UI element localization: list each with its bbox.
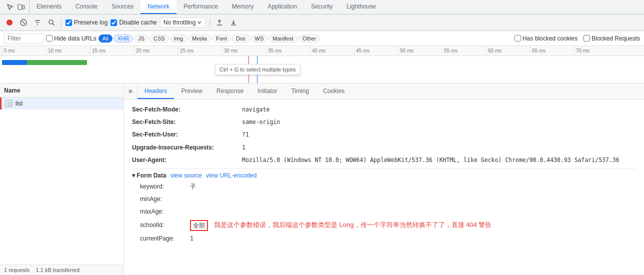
requests-count: 1 requests — [4, 267, 30, 273]
detail-tab-response[interactable]: Response — [210, 84, 250, 99]
detail-tab-preview[interactable]: Preview — [174, 84, 210, 99]
tab-network[interactable]: Network — [140, 0, 176, 14]
header-val-sec-fetch-mode: navigate — [242, 105, 270, 114]
header-key-upgrade-insecure: Upgrade-Insecure-Requests: — [132, 143, 242, 152]
preserve-log-input[interactable] — [66, 20, 72, 26]
inspect-icon[interactable] — [5, 2, 15, 12]
timeline-tick: 70 ms — [574, 46, 618, 56]
header-val-upgrade-insecure: 1 — [242, 143, 246, 152]
timeline-bar-area: Ctrl + G to select multiple types — [0, 56, 644, 84]
form-key-keyword: keyword: — [140, 182, 190, 192]
hide-data-urls-label: Hide data URLs — [54, 35, 96, 42]
status-bar: 1 requests 1.1 kB transferred — [0, 264, 124, 275]
hide-data-urls-checkbox[interactable]: Hide data URLs — [46, 35, 96, 42]
timeline-tick: 65 ms — [530, 46, 574, 56]
preserve-log-label: Preserve log — [74, 19, 108, 26]
throttle-label: No throttling — [164, 19, 196, 26]
view-source-link[interactable]: view source — [170, 172, 202, 179]
tab-sources[interactable]: Sources — [104, 0, 140, 14]
form-data-section: ▾ Form Data view source view URL-encoded — [132, 168, 636, 180]
download-button[interactable] — [228, 17, 239, 28]
preserve-log-checkbox[interactable]: Preserve log — [66, 19, 108, 26]
tab-security[interactable]: Security — [304, 0, 340, 14]
form-key-minage: minAge: — [140, 194, 190, 204]
detail-content: Sec-Fetch-Mode: navigate Sec-Fetch-Site:… — [124, 100, 644, 275]
header-key-sec-fetch-mode: Sec-Fetch-Mode: — [132, 105, 242, 114]
tab-application[interactable]: Application — [260, 0, 304, 14]
blocked-requests-input[interactable] — [584, 35, 590, 42]
header-row-upgrade-insecure: Upgrade-Insecure-Requests: 1 — [132, 142, 636, 154]
filter-tag-font[interactable]: Font — [212, 34, 231, 42]
header-val-sec-fetch-user: ?1 — [242, 130, 249, 139]
device-icon[interactable] — [16, 2, 26, 12]
network-toolbar: Preserve log Disable cache No throttling — [0, 14, 644, 31]
filter-tag-img[interactable]: Img — [170, 34, 187, 42]
timeline-tick: 55 ms — [442, 46, 486, 56]
timeline-tick: 15 ms — [90, 46, 134, 56]
detail-tab-headers[interactable]: Headers — [138, 84, 174, 99]
header-row-user-agent: User-Agent: Mozilla/5.0 (Windows NT 10.0… — [132, 154, 636, 166]
form-row-minage: minAge: — [132, 193, 636, 206]
disable-cache-input[interactable] — [110, 20, 117, 26]
tab-lighthouse[interactable]: Lighthouse — [340, 0, 383, 14]
timeline-tick: 25 ms — [178, 46, 222, 56]
detail-tab-timing[interactable]: Timing — [284, 84, 316, 99]
detail-close-button[interactable]: ✕ — [124, 84, 138, 99]
filter-tag-manifest[interactable]: Manifest — [268, 34, 298, 42]
main-area: Name ◻ list 1 requests 1.1 kB transferre… — [0, 84, 644, 275]
filter-button[interactable] — [32, 17, 43, 28]
svg-rect-0 — [18, 4, 22, 10]
view-url-encoded-link[interactable]: view URL-encoded — [206, 172, 256, 179]
timeline-tick: 60 ms — [486, 46, 530, 56]
clear-button[interactable] — [18, 17, 29, 28]
filter-tag-ws[interactable]: WS — [251, 34, 268, 42]
form-key-maxage: maxAge: — [140, 207, 190, 216]
header-key-sec-fetch-user: Sec-Fetch-User: — [132, 130, 242, 140]
filter-tag-css[interactable]: CSS — [150, 34, 169, 42]
tab-bar: Elements Console Sources Network Perform… — [0, 0, 644, 14]
filter-tag-xhr[interactable]: XHR — [114, 34, 133, 42]
disable-cache-checkbox[interactable]: Disable cache — [110, 19, 156, 26]
svg-rect-1 — [22, 6, 24, 9]
chevron-down-icon — [197, 20, 202, 25]
tab-console[interactable]: Console — [68, 0, 104, 14]
disable-cache-label: Disable cache — [119, 19, 156, 26]
request-item-name: list — [16, 100, 23, 107]
filter-tag-media[interactable]: Media — [188, 34, 211, 42]
has-blocked-cookies-input[interactable] — [514, 35, 521, 42]
svg-point-2 — [6, 20, 12, 26]
tab-performance[interactable]: Performance — [176, 0, 225, 14]
filter-tags: AllXHRJSCSSImgMediaFontDocWSManifestOthe… — [98, 34, 320, 42]
header-key-user-agent: User-Agent: — [132, 156, 242, 165]
blocked-requests-checkbox[interactable]: Blocked Requests — [584, 35, 640, 42]
upload-button[interactable] — [214, 17, 225, 28]
annotation-text: 我是这个参数错误，我后端这个参数类型是 Long，传一个字符串当然转换不了了，直… — [214, 220, 492, 230]
has-blocked-cookies-label: Has blocked cookies — [522, 35, 578, 42]
hide-data-urls-input[interactable] — [46, 35, 52, 42]
filter-tag-other[interactable]: Other — [298, 34, 320, 42]
form-row-maxage: maxAge: — [132, 206, 636, 218]
filter-tag-all[interactable]: All — [98, 34, 112, 42]
search-button[interactable] — [46, 17, 57, 28]
toolbar-separator-2 — [210, 18, 210, 27]
timeline-ruler: 5 ms10 ms15 ms20 ms25 ms30 ms35 ms40 ms4… — [0, 46, 644, 56]
svg-line-4 — [22, 21, 25, 24]
filter-tag-js[interactable]: JS — [134, 34, 148, 42]
record-button[interactable] — [4, 17, 15, 28]
tab-memory[interactable]: Memory — [225, 0, 260, 14]
tab-elements[interactable]: Elements — [30, 0, 68, 14]
right-panel: ✕ Headers Preview Response Initiator Tim… — [124, 84, 644, 275]
throttle-select[interactable]: No throttling — [160, 18, 206, 28]
detail-tab-initiator[interactable]: Initiator — [250, 84, 284, 99]
request-item-icon: ◻ — [6, 100, 12, 107]
header-val-sec-fetch-site: same-origin — [242, 118, 280, 126]
name-column-header: Name — [4, 87, 20, 94]
filter-tag-doc[interactable]: Doc — [232, 34, 250, 42]
request-item-list[interactable]: ◻ list — [0, 98, 124, 110]
filter-input[interactable] — [4, 34, 44, 44]
header-key-sec-fetch-site: Sec-Fetch-Site: — [132, 118, 242, 127]
header-row-sec-fetch-mode: Sec-Fetch-Mode: navigate — [132, 104, 636, 116]
timeline-tick: 45 ms — [354, 46, 398, 56]
detail-tab-cookies[interactable]: Cookies — [316, 84, 352, 99]
has-blocked-cookies-checkbox[interactable]: Has blocked cookies — [514, 35, 578, 42]
